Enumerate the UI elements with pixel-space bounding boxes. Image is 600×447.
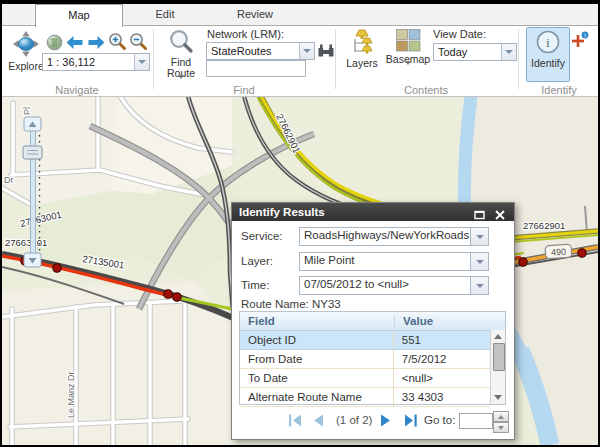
binoculars-icon[interactable] <box>317 43 335 62</box>
cell-field: From Date <box>240 350 393 368</box>
table-header-row: Field Value <box>240 312 505 331</box>
table-row[interactable]: Object ID 551 <box>240 331 490 350</box>
spinner-down-icon <box>498 426 504 430</box>
view-date-combobox[interactable]: Today <box>433 43 517 61</box>
svg-text:490: 490 <box>551 247 567 258</box>
cell-value: 33 4303 <box>393 388 490 406</box>
basemap-button[interactable]: Basemap <box>383 28 433 88</box>
basemap-dropdown-icon <box>405 61 411 77</box>
explore-button[interactable]: Explore <box>5 28 47 82</box>
map-scale-combobox[interactable]: 1 : 36,112 <box>42 53 150 71</box>
next-extent-arrow-icon[interactable] <box>87 35 106 54</box>
group-separator <box>335 29 336 89</box>
service-label: Service: <box>241 230 283 242</box>
attribute-table: Field Value Object ID 551 From Date 7/5/… <box>239 311 506 405</box>
street-name-label: Pl <box>22 107 32 115</box>
table-row[interactable]: To Date <null> <box>240 369 490 388</box>
table-row[interactable]: From Date 7/5/2012 <box>240 350 490 369</box>
network-lrm-combobox[interactable]: StateRoutes <box>206 42 315 60</box>
map-scale-value: 1 : 36,112 <box>43 56 134 68</box>
identify-button[interactable]: i Identify <box>526 27 570 82</box>
route-name-label: Route Name: NY33 <box>241 298 341 310</box>
scroll-up-icon[interactable] <box>494 334 502 339</box>
layers-label: Layers <box>342 58 382 69</box>
time-label: Time: <box>241 279 269 291</box>
page-indicator: (1 of 2) <box>336 414 372 426</box>
route-label: 27663101 <box>5 237 47 248</box>
route-label: 27662901 <box>523 220 565 231</box>
view-date-dropdown-icon[interactable] <box>501 44 516 60</box>
next-page-button[interactable] <box>379 413 393 428</box>
previous-extent-arrow-icon[interactable] <box>65 35 84 54</box>
table-row[interactable]: Alternate Route Name 33 4303 <box>240 388 490 407</box>
layer-label: Layer: <box>241 255 273 267</box>
previous-page-button[interactable] <box>311 413 325 428</box>
group-separator <box>518 29 519 89</box>
layer-combobox[interactable]: Mile Point <box>299 252 489 271</box>
explore-label: Explore <box>6 61 46 72</box>
svg-text:i: i <box>546 35 550 50</box>
cell-field: Object ID <box>240 331 393 349</box>
service-value: RoadsHighways/NewYorkRoads <box>300 228 470 245</box>
dialog-title-bar[interactable]: Identify Results <box>232 203 514 221</box>
layers-button[interactable]: Layers <box>341 28 383 82</box>
layer-dropdown-icon[interactable] <box>470 253 488 270</box>
cell-value: 551 <box>393 331 490 349</box>
table-scrollbar[interactable] <box>490 330 505 404</box>
view-date-label: View Date: <box>433 28 486 40</box>
goto-spinner-up[interactable] <box>493 411 509 422</box>
cell-field: To Date <box>240 369 393 387</box>
cell-value: <null> <box>393 369 490 387</box>
time-dropdown-icon[interactable] <box>470 277 488 294</box>
group-label-navigate: Navigate <box>32 84 122 96</box>
time-value: 07/05/2012 to <null> <box>300 277 470 294</box>
group-label-contents: Contents <box>381 84 471 96</box>
identify-route-characteristics-icon[interactable]: i <box>570 31 590 54</box>
network-lrm-dropdown-icon[interactable] <box>299 43 314 59</box>
result-pager: (1 of 2) Go to: <box>232 411 514 435</box>
service-combobox[interactable]: RoadsHighways/NewYorkRoads <box>299 227 489 246</box>
time-combobox[interactable]: 07/05/2012 to <null> <box>299 276 489 295</box>
ribbon: Explore 1 : 36,112 Navigate <box>2 26 598 97</box>
identify-label: Identify <box>527 58 569 69</box>
layer-value: Mile Point <box>300 253 470 270</box>
map-scale-dropdown-icon[interactable] <box>134 54 149 70</box>
close-icon[interactable] <box>495 207 505 225</box>
route-search-input[interactable] <box>206 60 306 77</box>
spinner-up-icon <box>498 415 504 419</box>
view-date-value: Today <box>434 46 501 58</box>
app-window: { "ribbon": { "tabs": [ {"label": "Map"}… <box>0 0 600 447</box>
route-shield-490: 490 <box>545 244 572 259</box>
group-separator <box>153 29 154 89</box>
zoom-slider-thumb[interactable] <box>23 146 42 159</box>
full-extent-globe-icon[interactable] <box>46 34 63 55</box>
find-route-dropdown-icon <box>178 75 184 91</box>
street-name-label: Dr <box>4 175 14 185</box>
group-label-find: Find <box>199 84 289 96</box>
last-page-button[interactable] <box>404 413 418 428</box>
network-lrm-value: StateRoutes <box>207 45 299 57</box>
scroll-down-icon[interactable] <box>494 395 502 400</box>
cell-field: Alternate Route Name <box>240 388 393 406</box>
goto-page-input[interactable] <box>459 413 493 429</box>
tab-edit[interactable]: Edit <box>123 4 207 24</box>
zoom-out-icon[interactable] <box>129 32 148 55</box>
goto-spinner-down[interactable] <box>493 422 509 433</box>
route-name-value: NY33 <box>312 298 341 310</box>
group-label-identify: Identify <box>514 84 600 96</box>
service-dropdown-icon[interactable] <box>470 228 488 245</box>
ribbon-tab-strip: Map Edit Review <box>2 4 598 26</box>
tab-review[interactable]: Review <box>207 4 303 24</box>
scrollbar-thumb[interactable] <box>493 343 505 371</box>
column-header-value[interactable]: Value <box>394 315 492 327</box>
maximize-icon[interactable] <box>474 207 485 225</box>
tab-map[interactable]: Map <box>35 4 123 27</box>
goto-label: Go to: <box>424 414 455 426</box>
street-name-label: Le Manz Dr <box>66 371 76 418</box>
zoom-in-icon[interactable] <box>108 32 127 55</box>
network-lrm-label: Network (LRM): <box>207 28 284 40</box>
first-page-button[interactable] <box>288 413 302 428</box>
dialog-title: Identify Results <box>239 206 325 218</box>
find-route-button[interactable]: Find Route <box>158 28 204 88</box>
column-header-field[interactable]: Field <box>240 315 394 327</box>
